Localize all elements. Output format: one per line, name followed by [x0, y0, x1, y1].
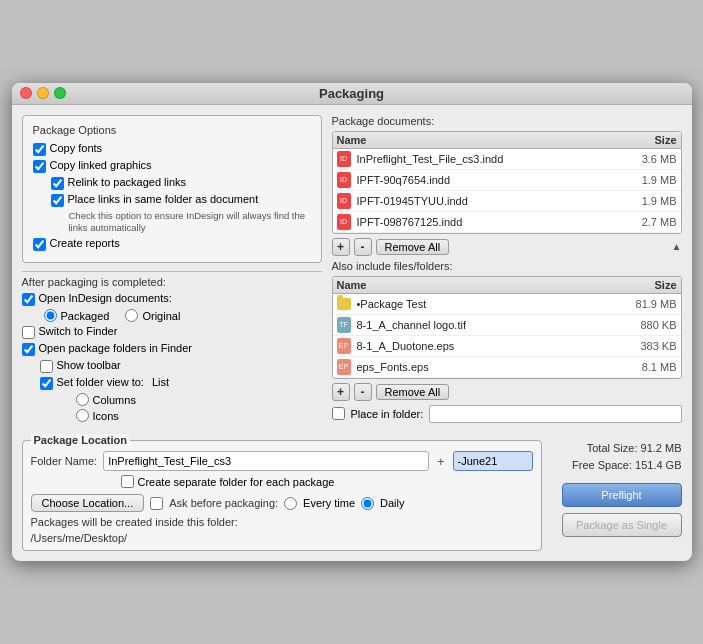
table-row[interactable]: ID InPreflight_Test_File_cs3.indd 3.6 MB [333, 149, 681, 170]
file-name: IPFT-90q7654.indd [357, 174, 607, 186]
minimize-button[interactable] [37, 87, 49, 99]
relink-checkbox[interactable] [51, 177, 64, 190]
choose-location-button[interactable]: Choose Location... [31, 494, 145, 512]
open-indesign-checkbox[interactable] [22, 293, 35, 306]
pkg-docs-body: ID InPreflight_Test_File_cs3.indd 3.6 MB… [333, 149, 681, 233]
main-content: Package Options Copy fonts Copy linked g… [12, 105, 692, 441]
remove-all-also-button[interactable]: Remove All [376, 384, 450, 400]
copy-fonts-row: Copy fonts [33, 142, 311, 156]
list-item[interactable]: EP eps_Fonts.eps 8.1 MB [333, 357, 681, 378]
also-file-name: 8-1_A_channel logo.tif [357, 319, 607, 331]
relink-label: Relink to packaged links [68, 176, 187, 188]
create-reports-label: Create reports [50, 237, 120, 249]
daily-radio[interactable] [361, 497, 374, 510]
columns-radio[interactable] [76, 393, 89, 406]
indd-icon: ID [337, 214, 353, 230]
package-docs-list: Name Size ID InPreflight_Test_File_cs3.i… [332, 131, 682, 234]
copy-fonts-checkbox[interactable] [33, 143, 46, 156]
package-as-single-button[interactable]: Package as Single [562, 513, 682, 537]
preflight-button[interactable]: Preflight [562, 483, 682, 507]
remove-all-pkg-button[interactable]: Remove All [376, 239, 450, 255]
open-pkg-folders-label: Open package folders in Finder [39, 342, 192, 354]
folder-name-row: Folder Name: + [31, 451, 533, 471]
also-file-name: 8-1_A_Duotone.eps [357, 340, 607, 352]
also-include-controls: + - Remove All [332, 383, 682, 401]
pkg-docs-header: Name Size [333, 132, 681, 149]
table-row[interactable]: ID IPFT-098767125.indd 2.7 MB [333, 212, 681, 233]
create-reports-checkbox[interactable] [33, 238, 46, 251]
after-section: After packaging is completed: Open InDes… [22, 276, 322, 422]
packaged-radio-row: Packaged [44, 309, 110, 322]
also-file-size: 8.1 MB [607, 361, 677, 373]
icons-label: Icons [93, 410, 119, 422]
columns-radio-row: Columns [76, 393, 322, 406]
original-radio-row: Original [125, 309, 180, 322]
also-include-body: •Package Test 81.9 MB TF 8-1_A_channel l… [333, 294, 681, 378]
place-links-checkbox[interactable] [51, 194, 64, 207]
file-size: 1.9 MB [607, 195, 677, 207]
place-links-label: Place links in same folder as document [68, 193, 259, 205]
file-size: 1.9 MB [607, 174, 677, 186]
every-time-radio[interactable] [284, 497, 297, 510]
titlebar: Packaging [12, 83, 692, 105]
ask-before-checkbox[interactable] [150, 497, 163, 510]
packaged-radio[interactable] [44, 309, 57, 322]
show-toolbar-checkbox[interactable] [40, 360, 53, 373]
list-item[interactable]: TF 8-1_A_channel logo.tif 880 KB [333, 315, 681, 336]
file-name: IPFT-01945TYUU.indd [357, 195, 607, 207]
add-pkg-doc-button[interactable]: + [332, 238, 350, 256]
remove-pkg-doc-button[interactable]: - [354, 238, 372, 256]
pkg-docs-controls: + - Remove All ▲ [332, 238, 682, 256]
place-in-folder-input[interactable] [429, 405, 681, 423]
eps-icon: EP [337, 338, 353, 354]
ask-before-row: Choose Location... Ask before packaging:… [31, 494, 533, 512]
set-folder-label: Set folder view to: [57, 376, 144, 388]
list-label: List [152, 376, 169, 388]
show-toolbar-label: Show toolbar [57, 359, 121, 371]
also-include-list: Name Size •Package Test 81.9 MB TF 8-1_A… [332, 276, 682, 379]
folder-name-input[interactable] [103, 451, 429, 471]
close-button[interactable] [20, 87, 32, 99]
switch-finder-label: Switch to Finder [39, 325, 118, 337]
also-file-size: 880 KB [607, 319, 677, 331]
remove-also-button[interactable]: - [354, 383, 372, 401]
add-also-button[interactable]: + [332, 383, 350, 401]
indd-icon: ID [337, 151, 353, 167]
eps-icon: EP [337, 359, 353, 375]
set-folder-row: Set folder view to: List [40, 376, 322, 390]
copy-linked-checkbox[interactable] [33, 160, 46, 173]
package-options-section: Package Options Copy fonts Copy linked g… [22, 115, 322, 264]
date-suffix-input[interactable] [453, 451, 533, 471]
set-folder-checkbox[interactable] [40, 377, 53, 390]
separate-folder-checkbox[interactable] [121, 475, 134, 488]
table-row[interactable]: ID IPFT-01945TYUU.indd 1.9 MB [333, 191, 681, 212]
list-item[interactable]: •Package Test 81.9 MB [333, 294, 681, 315]
open-indesign-row: Open InDesign documents: [22, 292, 322, 306]
list-item[interactable]: EP 8-1_A_Duotone.eps 383 KB [333, 336, 681, 357]
also-file-name: eps_Fonts.eps [357, 361, 607, 373]
package-location-box: Package Location Folder Name: + Create s… [22, 440, 542, 551]
pkg-name-header: Name [337, 134, 607, 146]
relink-row: Relink to packaged links [51, 176, 311, 190]
zoom-button[interactable] [54, 87, 66, 99]
also-name-header: Name [337, 279, 607, 291]
place-in-folder-checkbox[interactable] [332, 407, 345, 420]
packaged-original-group: Packaged Original [44, 309, 322, 325]
path-label: Packages will be created inside this fol… [31, 516, 533, 528]
total-size-info: Total Size: 91.2 MB Free Space: 151.4 GB [572, 440, 681, 473]
open-pkg-folders-checkbox[interactable] [22, 343, 35, 356]
show-toolbar-row: Show toolbar [40, 359, 322, 373]
collapse-arrow[interactable]: ▲ [672, 241, 682, 252]
bottom-section: Package Location Folder Name: + Create s… [12, 440, 692, 561]
place-in-folder-row: Place in folder: [332, 405, 682, 423]
original-radio[interactable] [125, 309, 138, 322]
icons-radio[interactable] [76, 409, 89, 422]
tif-icon: TF [337, 317, 353, 333]
table-row[interactable]: ID IPFT-90q7654.indd 1.9 MB [333, 170, 681, 191]
switch-finder-checkbox[interactable] [22, 326, 35, 339]
also-file-name: •Package Test [357, 298, 607, 310]
pkg-size-header: Size [607, 134, 677, 146]
package-options-label: Package Options [33, 124, 311, 136]
file-size: 3.6 MB [607, 153, 677, 165]
also-include-label: Also include files/folders: [332, 260, 682, 272]
